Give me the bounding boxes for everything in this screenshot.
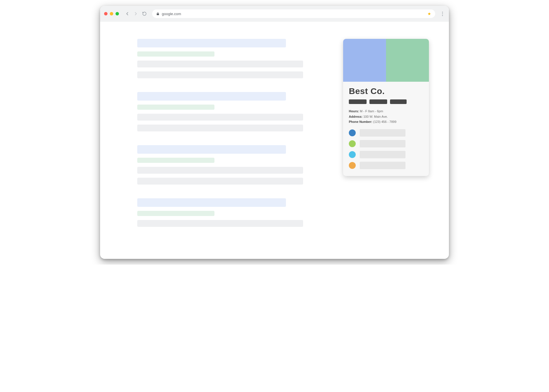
address-row: Address: 100 W. Main Ave. bbox=[349, 114, 423, 119]
browser-chrome: google.com ★ bbox=[100, 6, 449, 22]
back-button[interactable] bbox=[125, 11, 130, 16]
profile-label-placeholder bbox=[360, 140, 405, 147]
profile-label-placeholder bbox=[360, 129, 405, 137]
result-snippet-placeholder bbox=[137, 61, 303, 67]
search-result[interactable] bbox=[137, 145, 306, 185]
window-controls bbox=[104, 12, 119, 15]
profile-label-placeholder bbox=[360, 162, 405, 169]
address-bar[interactable]: google.com ★ bbox=[152, 9, 435, 18]
search-result[interactable] bbox=[137, 198, 306, 227]
nav-controls bbox=[125, 11, 147, 16]
search-result[interactable] bbox=[137, 92, 306, 131]
phone-label: Phone Number: bbox=[349, 120, 372, 123]
profile-icon bbox=[349, 140, 356, 147]
profile-row[interactable] bbox=[349, 129, 423, 137]
bookmark-star-icon[interactable]: ★ bbox=[427, 11, 431, 16]
profiles-list bbox=[349, 129, 423, 169]
lock-icon bbox=[156, 12, 160, 15]
url-text: google.com bbox=[162, 12, 181, 16]
profile-icon bbox=[349, 129, 356, 136]
profile-icon bbox=[349, 162, 356, 169]
knowledge-panel-body: Best Co. Hours: M - F 8am - 6pm Address:… bbox=[343, 82, 429, 176]
knowledge-panel-hero bbox=[343, 39, 429, 82]
kp-tab[interactable] bbox=[390, 99, 407, 104]
result-url-placeholder bbox=[137, 51, 214, 57]
browser-menu-button[interactable] bbox=[440, 12, 445, 16]
result-url-placeholder bbox=[137, 211, 214, 216]
result-snippet-placeholder bbox=[137, 71, 303, 78]
hours-value: M - F 8am - 6pm bbox=[360, 109, 383, 113]
page-content: Best Co. Hours: M - F 8am - 6pm Address:… bbox=[100, 22, 449, 259]
address-value: 100 W. Main Ave. bbox=[363, 115, 388, 118]
knowledge-panel-tabs bbox=[349, 99, 423, 104]
minimize-window-button[interactable] bbox=[110, 12, 113, 15]
result-snippet-placeholder bbox=[137, 220, 303, 227]
business-info: Hours: M - F 8am - 6pm Address: 100 W. M… bbox=[349, 109, 423, 125]
hours-label: Hours: bbox=[349, 109, 359, 113]
hours-row: Hours: M - F 8am - 6pm bbox=[349, 109, 423, 114]
result-title-placeholder bbox=[137, 39, 286, 47]
profile-row[interactable] bbox=[349, 151, 423, 158]
result-snippet-placeholder bbox=[137, 114, 303, 121]
address-label: Address: bbox=[349, 115, 363, 118]
profile-row[interactable] bbox=[349, 162, 423, 169]
result-snippet-placeholder bbox=[137, 167, 303, 174]
profile-icon bbox=[349, 151, 356, 158]
search-result[interactable] bbox=[137, 39, 306, 78]
kp-tab[interactable] bbox=[369, 99, 387, 104]
close-window-button[interactable] bbox=[104, 12, 108, 15]
result-title-placeholder bbox=[137, 198, 286, 207]
profile-label-placeholder bbox=[360, 151, 405, 158]
result-snippet-placeholder bbox=[137, 178, 303, 185]
forward-button[interactable] bbox=[133, 11, 138, 16]
phone-value: (123) 456 - 7899 bbox=[373, 120, 396, 123]
business-title: Best Co. bbox=[349, 86, 423, 96]
result-title-placeholder bbox=[137, 92, 286, 101]
reload-button[interactable] bbox=[142, 11, 147, 16]
result-url-placeholder bbox=[137, 158, 214, 163]
result-title-placeholder bbox=[137, 145, 286, 154]
hero-image-right[interactable] bbox=[386, 39, 429, 82]
knowledge-panel: Best Co. Hours: M - F 8am - 6pm Address:… bbox=[343, 39, 429, 176]
result-snippet-placeholder bbox=[137, 125, 303, 131]
kp-tab[interactable] bbox=[349, 99, 367, 104]
maximize-window-button[interactable] bbox=[116, 12, 119, 15]
search-results bbox=[137, 39, 306, 227]
browser-window: google.com ★ bbox=[100, 6, 449, 259]
hero-image-left[interactable] bbox=[343, 39, 386, 82]
profile-row[interactable] bbox=[349, 140, 423, 147]
result-url-placeholder bbox=[137, 105, 214, 110]
phone-row: Phone Number: (123) 456 - 7899 bbox=[349, 119, 423, 125]
